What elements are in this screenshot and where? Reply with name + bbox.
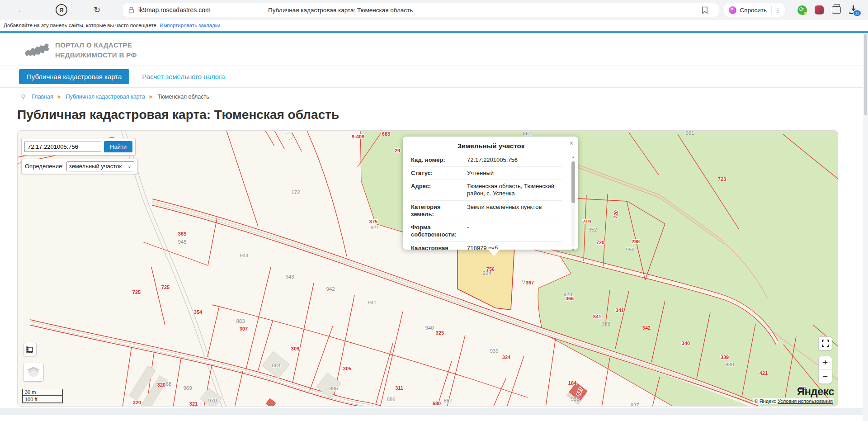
parcel-label: 945 [178,239,186,245]
breadcrumb-home[interactable]: Главная [32,94,53,100]
parcel-label[interactable]: 375 [369,219,377,224]
popup-row: Статус:Учтенный [411,166,562,180]
parcel-label[interactable]: 367 [526,280,534,285]
fullscreen-button[interactable] [818,336,832,350]
parcel-label[interactable]: 340 [682,341,690,346]
parcel-label: 883 [236,318,245,324]
parcel-label: 940 [425,325,434,331]
zoom-in-button[interactable]: + [819,356,832,370]
site-logo-icon [24,41,50,59]
parcel-label[interactable]: 311 [395,385,403,391]
parcel-label: 938 [571,396,579,402]
parcel-label: 943 [285,274,294,279]
refresh-icon[interactable]: ↻ [94,5,100,15]
parcel-label[interactable]: 29 [395,148,400,153]
layers-icon [27,366,40,378]
parcel-label: 952 [588,227,597,232]
tab-public-cadastral-map[interactable]: Публичная кадастровая карта [19,69,129,84]
parcel-label[interactable]: 339 [721,355,729,360]
ruler-icon [26,345,34,354]
site-logo-text: ПОРТАЛ О КАДАСТРЕ НЕДВИЖИМОСТИ В РФ [55,40,137,60]
breadcrumb-map[interactable]: Публичная кадастровая карта [66,94,145,100]
parcel-label: 921 [370,225,379,230]
parcel-label[interactable]: 298 [632,239,640,244]
parcel-label: 944 [240,253,248,258]
parcel-label[interactable]: 342 [642,325,651,331]
parcel-label[interactable]: 307 [240,326,248,331]
search-input[interactable] [24,142,101,152]
definition-select[interactable]: земельный участок ⌄ [66,161,134,171]
parcel-label: 885 [329,386,338,391]
parcel-label[interactable]: 341 [616,307,624,313]
parcel-label[interactable]: 9:409 [352,134,364,139]
parcel-label[interactable]: 341 [593,314,601,319]
parcel-label[interactable]: 184 [568,380,576,386]
parcel-label[interactable]: 680 [433,401,441,406]
parcel-label[interactable]: 683 [382,131,390,137]
downloads-icon[interactable]: 31 [848,5,859,15]
extension-notes-icon[interactable] [814,5,825,15]
page-title: Публичная кадастровая карта: Тюменская о… [17,108,868,122]
popup-rows: Кад. номер:72:17:2201005:756Статус:Учтен… [411,154,571,250]
parcel-label[interactable]: 354 [194,309,202,315]
search-button[interactable]: Найти [104,141,132,152]
definition-label: Определение: [25,163,64,170]
map-container[interactable]: 6839:40929723375365725725354307309305311… [17,130,838,407]
page-scrollbar[interactable] [863,33,868,421]
parcel-label[interactable]: 719 [583,219,591,224]
scroll-down-icon: ▼ [571,248,576,252]
parcel-label[interactable]: 723 [718,176,726,182]
parcel-label[interactable]: 305 [343,366,351,371]
parcel-label[interactable]: 720 [613,210,619,219]
scroll-up-icon: ▲ [571,155,576,159]
parcel-label[interactable]: 325 [436,330,444,336]
parcel-label: 969 [183,385,192,391]
assistant-icon [729,6,736,14]
parcel-label[interactable]: 725 [161,284,170,290]
site-header: ПОРТАЛ О КАДАСТРЕ НЕДВИЖИМОСТИ В РФ [0,33,868,66]
parcel-label: 924 [482,270,491,276]
parcel-label[interactable]: 324 [502,355,510,360]
address-bar[interactable]: ik9map.roscadastres.com Публичная кадаст… [122,3,719,17]
yandex-logo[interactable]: Яндекс [753,385,834,398]
parcel-label[interactable]: 725 [132,289,141,295]
copyright-text: © Яндекс [755,398,776,404]
parcel-label: 933 [601,321,610,326]
layers-button[interactable] [23,363,44,382]
pin-icon: ⚲ [21,93,25,100]
back-icon[interactable]: ← [17,5,26,15]
bookmark-flag-icon[interactable] [702,6,708,14]
ask-button[interactable]: Спросить ⋮ [724,3,785,17]
popup-title: Земельный участок [411,142,571,150]
parcel-label: 941 [368,300,376,305]
parcel-label[interactable]: 421 [760,370,768,376]
popup-scrollbar[interactable]: ▲ ▼ [571,156,576,252]
tab-land-tax-calc[interactable]: Расчет земельного налога [142,73,225,80]
site-nav: Публичная кадастровая карта Расчет земел… [0,66,868,88]
parcel-label: 942 [326,286,335,292]
close-icon[interactable]: × [569,139,574,148]
popup-row: Форма собственности:- [411,221,562,241]
parcel-label[interactable]: 320 [157,382,165,388]
popup-row: Кадастровая стоимость:718979 руб [411,241,562,250]
zoom-out-button[interactable]: − [819,370,832,383]
parcel-label[interactable]: 309 [291,346,299,351]
measure-button[interactable] [23,343,37,356]
parcel-label[interactable]: 720 [596,240,604,245]
yandex-button[interactable]: Я [56,4,67,16]
parcel-info-popup: × Земельный участок Кад. номер:72:17:220… [403,137,578,250]
parcel-label: 887 [443,398,452,403]
parcel-label[interactable]: 320 [133,400,141,405]
popup-row: Адрес:Тюменская область, Тюменский район… [411,180,562,200]
parcel-label: 884 [272,363,280,368]
terms-link[interactable]: Условия использования [778,398,833,404]
more-menu-icon[interactable]: ⋮ [775,9,781,11]
parcel-label: 939 [490,348,498,354]
scale-meters: 30 m [22,389,63,396]
parcel-label[interactable]: 321 [189,401,198,407]
extensions-panel-icon[interactable] [831,5,842,15]
import-bookmarks-link[interactable]: Импортировать закладки [160,23,220,28]
extension-sync-icon[interactable] [797,5,807,15]
parcel-label[interactable]: 365 [178,231,186,237]
zoom-controls: + − [818,356,832,384]
